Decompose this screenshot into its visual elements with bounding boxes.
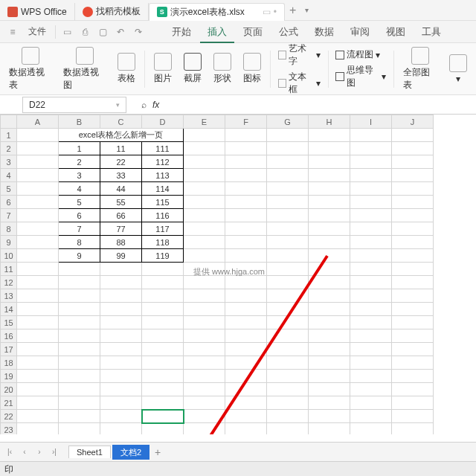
cell-I4[interactable] [350, 169, 392, 182]
cell-H14[interactable] [309, 303, 350, 316]
cell-G22[interactable] [267, 410, 309, 423]
cell-C17[interactable] [100, 343, 142, 356]
cell-G6[interactable] [267, 196, 309, 209]
cell-B20[interactable] [59, 383, 100, 396]
cell-B7[interactable]: 6 [59, 209, 100, 222]
cell-B8[interactable]: 7 [59, 222, 100, 236]
cell-A19[interactable] [17, 370, 59, 383]
cell-F10[interactable] [225, 249, 267, 263]
cell-B12[interactable] [59, 276, 100, 289]
cell-J3[interactable] [392, 155, 434, 169]
cell-B9[interactable]: 8 [59, 236, 100, 249]
tab-view[interactable]: 视图 [379, 21, 413, 43]
cell-J8[interactable] [392, 222, 434, 236]
cell-J13[interactable] [392, 289, 434, 303]
row-header-22[interactable]: 22 [1, 410, 17, 423]
cell-H7[interactable] [309, 209, 350, 222]
cell-A8[interactable] [17, 222, 59, 236]
cell-F20[interactable] [225, 383, 267, 396]
row-header-16[interactable]: 16 [1, 329, 17, 343]
cell-I13[interactable] [350, 289, 392, 303]
cell-H11[interactable] [309, 263, 350, 276]
tab-menu-dropdown-icon[interactable]: ▾ [300, 6, 313, 14]
preview-icon[interactable]: ▢ [94, 24, 111, 40]
cell-H4[interactable] [309, 169, 350, 182]
row-header-17[interactable]: 17 [1, 343, 17, 356]
cell-F18[interactable] [225, 356, 267, 370]
fx-icon[interactable]: fx [152, 100, 159, 110]
cell-H21[interactable] [309, 396, 350, 410]
col-header-C[interactable]: C [100, 115, 142, 129]
cell-C4[interactable]: 33 [100, 169, 142, 182]
cell-F6[interactable] [225, 196, 267, 209]
cell-J18[interactable] [392, 356, 434, 370]
cell-I1[interactable] [350, 129, 392, 142]
cell-B3[interactable]: 2 [59, 155, 100, 169]
cell-B5[interactable]: 4 [59, 182, 100, 196]
cell-B22[interactable] [59, 410, 100, 423]
cell-J17[interactable] [392, 343, 434, 356]
cell-H12[interactable] [309, 276, 350, 289]
col-header-H[interactable]: H [309, 115, 350, 129]
row-header-5[interactable]: 5 [1, 182, 17, 196]
cell-H9[interactable] [309, 236, 350, 249]
tab-page[interactable]: 页面 [236, 21, 270, 43]
cell-J5[interactable] [392, 182, 434, 196]
shapes-button[interactable]: 形状 [209, 51, 236, 86]
cell-A12[interactable] [17, 276, 59, 289]
cell-I11[interactable] [350, 263, 392, 276]
new-tab-button[interactable]: + [285, 4, 300, 17]
cell-J10[interactable] [392, 249, 434, 263]
cell-F9[interactable] [225, 236, 267, 249]
cell-C7[interactable]: 66 [100, 209, 142, 222]
cell-I2[interactable] [350, 142, 392, 155]
mindmap-button[interactable]: 思维导图▾ [332, 63, 389, 90]
cell-C21[interactable] [100, 396, 142, 410]
cell-G1[interactable] [267, 129, 309, 142]
cell-F2[interactable] [225, 142, 267, 155]
cell-E1[interactable] [184, 129, 225, 142]
cell-J15[interactable] [392, 316, 434, 329]
cell-C3[interactable]: 22 [100, 155, 142, 169]
cell-C18[interactable] [100, 356, 142, 370]
cell-D16[interactable] [142, 329, 184, 343]
cell-I16[interactable] [350, 329, 392, 343]
cell-B19[interactable] [59, 370, 100, 383]
cell-H10[interactable] [309, 249, 350, 263]
col-header-D[interactable]: D [142, 115, 184, 129]
select-all-corner[interactable] [1, 115, 17, 129]
cell-G5[interactable] [267, 182, 309, 196]
cell-I20[interactable] [350, 383, 392, 396]
file-menu[interactable]: 文件 [22, 25, 52, 38]
cell-E23[interactable] [184, 423, 225, 435]
cell-C16[interactable] [100, 329, 142, 343]
cell-E7[interactable] [184, 209, 225, 222]
table-button[interactable]: 表格 [113, 51, 140, 86]
cell-H5[interactable] [309, 182, 350, 196]
cell-B2[interactable]: 1 [59, 142, 100, 155]
cell-G18[interactable] [267, 356, 309, 370]
cell-A22[interactable] [17, 410, 59, 423]
cell-G2[interactable] [267, 142, 309, 155]
cell-I12[interactable] [350, 276, 392, 289]
cell-D23[interactable] [142, 423, 184, 435]
cell-E13[interactable] [184, 289, 225, 303]
cell-J9[interactable] [392, 236, 434, 249]
row-header-19[interactable]: 19 [1, 370, 17, 383]
cell-D13[interactable] [142, 289, 184, 303]
tab-tools[interactable]: 工具 [414, 21, 448, 43]
cell-A5[interactable] [17, 182, 59, 196]
cell-J6[interactable] [392, 196, 434, 209]
cell-E9[interactable] [184, 236, 225, 249]
cell-A2[interactable] [17, 142, 59, 155]
sheet-nav-prev[interactable]: ‹ [18, 446, 31, 459]
screenshot-button[interactable]: 截屏 [179, 51, 206, 86]
sheet-nav-next[interactable]: › [33, 446, 46, 459]
picture-button[interactable]: 图片 [149, 51, 176, 86]
save-icon[interactable]: ▭ [59, 24, 75, 40]
pivot-table-button[interactable]: 数据透视表 [4, 45, 56, 93]
cell-I21[interactable] [350, 396, 392, 410]
cell-J7[interactable] [392, 209, 434, 222]
cell-H15[interactable] [309, 316, 350, 329]
cell-A6[interactable] [17, 196, 59, 209]
